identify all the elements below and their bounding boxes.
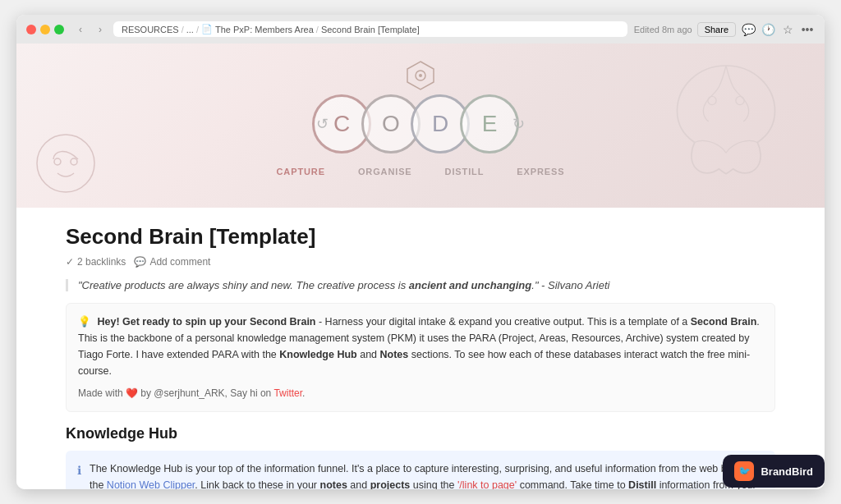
address-bar[interactable]: RESOURCES / ... / 📄 The PxP: Members Are… [113, 21, 627, 37]
close-button[interactable] [26, 25, 36, 34]
hero-logo [405, 60, 436, 94]
knowledge-hub-title: Knowledge Hub [66, 425, 775, 442]
maximize-button[interactable] [54, 25, 64, 34]
browser-chrome: ‹ › RESOURCES / ... / 📄 The PxP: Members… [16, 15, 825, 44]
callout-box: 💡 Hey! Get ready to spin up your Second … [66, 303, 775, 412]
code-labels: CAPTURE ORGANISE DISTILL EXPRESS [277, 167, 565, 176]
backlinks-label: 2 backlinks [77, 256, 126, 268]
twitter-link[interactable]: Twitter [273, 387, 302, 399]
add-comment-item[interactable]: 💬 Add comment [134, 256, 210, 268]
edited-label: Edited 8m ago [634, 25, 692, 34]
code-circles: ↺ C O D E ↻ [316, 94, 525, 153]
info-icon: ℹ [77, 461, 81, 489]
comment-icon[interactable]: 💬 [741, 22, 756, 37]
add-comment-label: Add comment [149, 256, 210, 268]
hero-left-illustration [33, 131, 99, 199]
page-content: ↺ C O D E ↻ CAPTURE ORGANISE DISTILL EXP… [16, 44, 825, 489]
brandbird-label: BrandBird [761, 465, 813, 478]
made-with: Made with ❤️ by @serjhunt_ARK, Say hi on… [78, 386, 763, 401]
minimize-button[interactable] [40, 25, 50, 34]
bulb-icon: 💡 [78, 316, 91, 328]
page-title: Second Brain [Template] [66, 224, 775, 250]
meta-bar: ✓ 2 backlinks 💬 Add comment [66, 256, 775, 268]
callout-text: Hey! Get ready to spin up your Second Br… [78, 316, 760, 377]
info-callout: ℹ The Knowledge Hub is your top of the i… [66, 451, 775, 489]
svg-point-4 [71, 158, 77, 165]
svg-point-2 [37, 135, 94, 192]
more-icon[interactable]: ••• [800, 22, 815, 37]
quote-text: "Creative products are always shiny and … [78, 279, 609, 291]
arrow-right-icon: ↻ [512, 115, 525, 133]
share-button[interactable]: Share [697, 22, 736, 37]
browser-controls: ‹ › RESOURCES / ... / 📄 The PxP: Members… [26, 21, 815, 37]
brandbird-icon: 🐦 [734, 461, 754, 481]
forward-button[interactable]: › [94, 23, 107, 36]
toolbar-right: Edited 8m ago Share 💬 🕐 ☆ ••• [634, 22, 815, 37]
traffic-lights [26, 25, 64, 34]
backlinks-item[interactable]: ✓ 2 backlinks [66, 256, 126, 268]
info-text: The Knowledge Hub is your top of the inf… [90, 460, 764, 489]
circle-e: E [460, 94, 519, 153]
label-organise: ORGANISE [358, 167, 412, 176]
backlinks-icon: ✓ [66, 256, 74, 268]
svg-point-0 [708, 96, 716, 104]
label-capture: CAPTURE [277, 167, 325, 176]
back-button[interactable]: ‹ [74, 23, 87, 36]
label-distill: DISTILL [445, 167, 485, 176]
label-express: EXPRESS [517, 167, 564, 176]
brandbird-badge[interactable]: 🐦 BrandBird [723, 455, 825, 488]
notion-clipper-link[interactable]: Notion Web Clipper [107, 479, 195, 489]
blockquote: "Creative products are always shiny and … [66, 279, 775, 291]
main-content: Second Brain [Template] ✓ 2 backlinks 💬 … [16, 208, 825, 489]
svg-point-7 [419, 74, 422, 77]
comment-icon-small: 💬 [134, 256, 146, 268]
svg-point-1 [736, 96, 744, 104]
breadcrumb: RESOURCES / ... / 📄 The PxP: Members Are… [122, 24, 420, 34]
browser-window: ‹ › RESOURCES / ... / 📄 The PxP: Members… [16, 15, 825, 489]
hero-section: ↺ C O D E ↻ CAPTURE ORGANISE DISTILL EXP… [16, 44, 825, 208]
svg-point-3 [54, 158, 61, 165]
clock-icon[interactable]: 🕐 [761, 22, 775, 37]
arrow-left-icon: ↺ [316, 115, 329, 133]
star-icon[interactable]: ☆ [780, 22, 795, 37]
brain-decoration [652, 52, 800, 191]
